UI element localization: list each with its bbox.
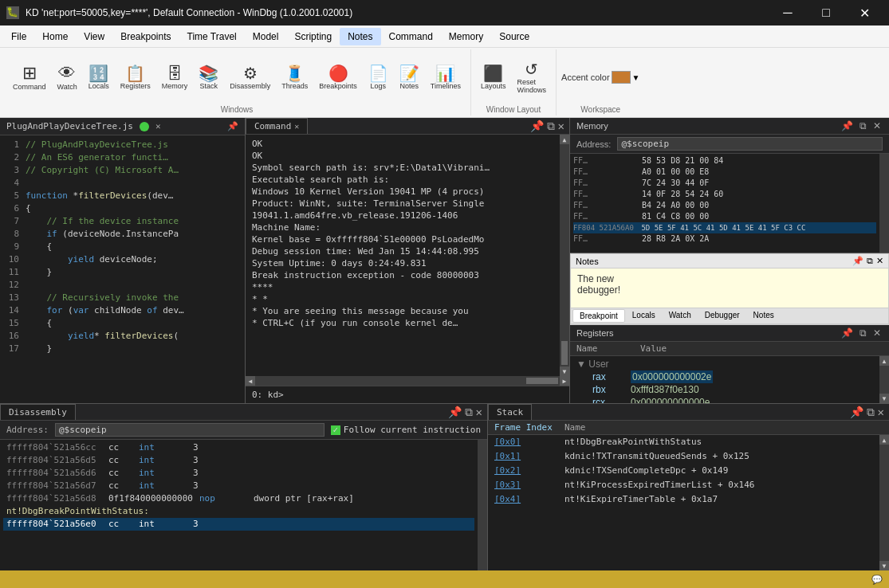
stack-idx-3[interactable]: [0x3] bbox=[494, 479, 558, 492]
disasm-row-label: nt!DbgBreakPointWithStatus: bbox=[3, 505, 474, 518]
command-output[interactable]: OK OK Symbol search path is: srv*;E:\Dat… bbox=[246, 135, 560, 376]
command-panel-close[interactable]: ✕ bbox=[558, 120, 564, 132]
minimize-button[interactable]: ─ bbox=[769, 0, 806, 25]
command-h-scrollbar[interactable]: ◀ ▶ bbox=[246, 376, 569, 386]
menu-item-time travel[interactable]: Time Travel bbox=[179, 28, 245, 45]
disasm-tab[interactable]: Disassembly bbox=[0, 404, 76, 420]
ribbon-btn-disassembly[interactable]: ⚙ Disassembly bbox=[225, 62, 275, 93]
memory-float-icon[interactable]: ⧉ bbox=[858, 120, 868, 131]
close-button[interactable]: ✕ bbox=[846, 0, 883, 25]
registers-float-icon[interactable]: ⧉ bbox=[858, 327, 868, 339]
menu-item-file[interactable]: File bbox=[3, 28, 34, 45]
workspace-group-label: Workspace bbox=[580, 104, 620, 114]
reg-scroll-up[interactable]: ▲ bbox=[879, 356, 889, 366]
stack-panel-close[interactable]: ✕ bbox=[878, 406, 884, 418]
ribbon-btn-watch[interactable]: 👁 Watch bbox=[53, 61, 82, 94]
memory-panel-title: Memory bbox=[576, 121, 608, 131]
menu-item-scripting[interactable]: Scripting bbox=[286, 28, 340, 45]
disasm-panel-float[interactable]: ⧉ bbox=[465, 406, 473, 419]
stack-scroll-down[interactable]: ▼ bbox=[879, 561, 889, 570]
command-tab-label: Command bbox=[254, 121, 291, 131]
memory-scrollbar[interactable] bbox=[879, 154, 889, 253]
notes-pin-icon[interactable]: 📌 bbox=[852, 256, 863, 266]
stack-idx-4[interactable]: [0x4] bbox=[494, 493, 558, 506]
ribbon-btn-threads[interactable]: 🧵 Threads bbox=[277, 62, 313, 93]
disasm-panel-close[interactable]: ✕ bbox=[476, 406, 482, 418]
stack-panel-float[interactable]: ⧉ bbox=[867, 406, 875, 419]
bp-tab-debugger[interactable]: Debugger bbox=[698, 309, 746, 323]
memory-panel-header: Memory 📌 ⧉ ✕ bbox=[570, 118, 889, 135]
bp-tab-breakpoint[interactable]: Breakpoint bbox=[572, 309, 625, 323]
follow-checkbox[interactable]: ✓ bbox=[331, 425, 340, 435]
accent-dropdown-icon[interactable]: ▼ bbox=[632, 73, 640, 82]
registers-panel-header: Registers 📌 ⧉ ✕ bbox=[570, 325, 889, 342]
ribbon-btn-registers[interactable]: 📋 Registers bbox=[116, 62, 155, 93]
scroll-left-btn[interactable]: ◀ bbox=[246, 376, 255, 386]
scroll-down-btn[interactable]: ▼ bbox=[560, 367, 569, 376]
menu-item-breakpoints[interactable]: Breakpoints bbox=[112, 28, 179, 45]
command-tab[interactable]: Command ✕ bbox=[246, 118, 308, 134]
notes-close-icon[interactable]: ✕ bbox=[876, 256, 883, 266]
ribbon-btn-timelines[interactable]: 📊 Timelines bbox=[426, 62, 466, 93]
ribbon-btn-layouts[interactable]: ⬛ Layouts bbox=[476, 62, 511, 93]
scroll-thumb[interactable] bbox=[561, 341, 568, 365]
menu-item-notes[interactable]: Notes bbox=[340, 28, 380, 45]
ribbon-btn-reset-windows[interactable]: ↺ ResetWindows bbox=[513, 58, 552, 97]
ribbon-btn-stack[interactable]: 📚 Stack bbox=[194, 62, 223, 93]
registers-scrollbar[interactable]: ▲ ▼ bbox=[879, 356, 889, 403]
code-panel-close-icon[interactable]: ✕ bbox=[155, 121, 161, 131]
reg-scroll-down[interactable]: ▼ bbox=[879, 394, 889, 403]
scroll-right-btn[interactable]: ▶ bbox=[560, 376, 569, 386]
stack-panel-pin[interactable]: 📌 bbox=[850, 406, 863, 418]
scroll-up-btn[interactable]: ▲ bbox=[560, 135, 569, 144]
maximize-button[interactable]: □ bbox=[808, 0, 844, 25]
command-panel-float[interactable]: ⧉ bbox=[547, 120, 555, 133]
code-panel-pin-icon[interactable]: 📌 bbox=[227, 121, 238, 131]
ribbon-btn-logs[interactable]: 📄 Logs bbox=[364, 62, 393, 93]
code-line-16: 16 yield* filterDevices( bbox=[0, 330, 245, 343]
mem-row-5: FF… 81 C4 C8 00 00 bbox=[573, 211, 876, 222]
menu-item-home[interactable]: Home bbox=[34, 28, 76, 45]
command-scrollbar[interactable]: ▲ ▼ bbox=[560, 135, 569, 376]
disasm-panel-pin[interactable]: 📌 bbox=[448, 406, 462, 418]
bp-tab-watch[interactable]: Watch bbox=[663, 309, 698, 323]
bp-tab-notes[interactable]: Notes bbox=[747, 309, 781, 323]
ribbon-btn-locals[interactable]: 🔢 Locals bbox=[84, 62, 114, 93]
menu-item-model[interactable]: Model bbox=[245, 28, 287, 45]
stack-tab[interactable]: Stack bbox=[488, 404, 532, 420]
bp-tab-locals[interactable]: Locals bbox=[626, 309, 662, 323]
notes-float-icon[interactable]: ⧉ bbox=[867, 256, 873, 266]
menu-item-memory[interactable]: Memory bbox=[441, 28, 491, 45]
ribbon-btn-command[interactable]: ⊞ Command bbox=[8, 61, 51, 94]
timelines-icon: 📊 bbox=[435, 65, 455, 81]
follow-label: Follow current instruction bbox=[344, 425, 481, 435]
lower-panels: Disassembly 📌 ⧉ ✕ Address: ✓ Follow curr… bbox=[0, 403, 889, 570]
stack-idx-2[interactable]: [0x2] bbox=[494, 465, 558, 477]
command-input-field[interactable] bbox=[287, 390, 563, 400]
registers-panel-title: Registers bbox=[576, 328, 613, 338]
disasm-address-input[interactable] bbox=[55, 423, 325, 437]
menu-item-source[interactable]: Source bbox=[491, 28, 537, 45]
stack-scrollbar[interactable]: ▲ ▼ bbox=[879, 435, 889, 570]
bp-tab-bar: Breakpoint Locals Watch Debugger Notes bbox=[571, 308, 888, 324]
menu-item-command[interactable]: Command bbox=[381, 28, 441, 45]
stack-idx-0[interactable]: [0x0] bbox=[494, 436, 558, 449]
ribbon-btn-notes[interactable]: 📝 Notes bbox=[395, 62, 424, 93]
stack-scroll-up[interactable]: ▲ bbox=[879, 435, 889, 445]
menu-item-view[interactable]: View bbox=[76, 28, 112, 45]
memory-address-input[interactable] bbox=[617, 137, 883, 151]
follow-instruction-toggle[interactable]: ✓ Follow current instruction bbox=[331, 425, 481, 435]
ribbon-btn-breakpoints[interactable]: 🔴 Breakpoints bbox=[314, 62, 362, 93]
chat-icon[interactable]: 💬 bbox=[871, 574, 883, 585]
command-tab-close[interactable]: ✕ bbox=[294, 122, 299, 131]
command-panel-pin[interactable]: 📌 bbox=[530, 120, 544, 132]
stack-idx-1[interactable]: [0x1] bbox=[494, 450, 558, 463]
registers-close-icon[interactable]: ✕ bbox=[871, 327, 883, 339]
ribbon-btn-memory[interactable]: 🗄 Memory bbox=[157, 62, 193, 93]
memory-pin-icon[interactable]: 📌 bbox=[840, 120, 855, 131]
disasm-scrollbar[interactable] bbox=[478, 440, 487, 570]
accent-color-swatch[interactable] bbox=[612, 71, 631, 84]
registers-pin-icon[interactable]: 📌 bbox=[840, 327, 855, 339]
memory-close-icon[interactable]: ✕ bbox=[871, 120, 883, 131]
h-scroll-thumb[interactable] bbox=[526, 378, 558, 384]
